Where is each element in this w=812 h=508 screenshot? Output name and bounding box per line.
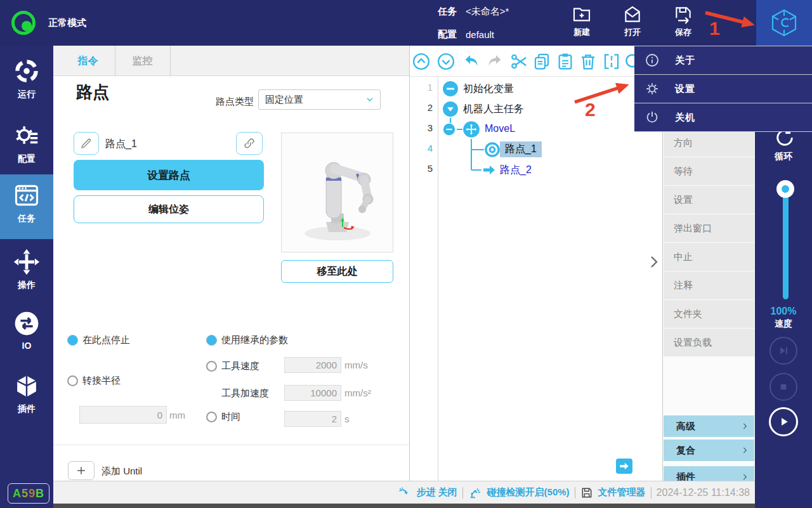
plugin-cube-icon	[13, 373, 40, 400]
menu-item-shutdown[interactable]: 关机	[634, 103, 812, 132]
sidebar-task-label: 任务	[18, 213, 36, 225]
tool-accel-input[interactable]	[284, 385, 341, 401]
save-icon	[673, 4, 693, 25]
time-label: 时间	[221, 411, 240, 423]
tree-node-waypoint2[interactable]: 路点_2	[500, 164, 532, 177]
open-task-button[interactable]: 打开	[612, 2, 653, 44]
tree-node-init-vars[interactable]: 初始化变量	[463, 82, 514, 96]
command-abort[interactable]: 中止	[664, 243, 754, 271]
panel-tab-bar: 指令 监控	[53, 46, 409, 76]
badge-char: A	[13, 487, 22, 500]
inherit-params-radio[interactable]	[206, 335, 217, 346]
tool-accel-unit: mm/s²	[344, 388, 371, 398]
status-divider	[462, 487, 463, 498]
waypoint-target-icon[interactable]	[484, 141, 501, 158]
tree-node-waypoint1-selected[interactable]: 路点_1	[500, 141, 542, 157]
sidebar-item-jog[interactable]: 操作	[0, 248, 53, 291]
sidebar-item-task[interactable]: 任务	[0, 181, 53, 225]
tree-node-movel[interactable]: MoveL	[485, 123, 515, 134]
command-set-payload[interactable]: 设置负载	[664, 329, 754, 356]
program-tree-panel: 1 初始化变量 2 机器人主任务 3 MoveL 4 路点_1 5 路点_2	[409, 46, 663, 481]
step-forward-button[interactable]	[769, 337, 797, 365]
command-set[interactable]: 设置	[664, 186, 754, 214]
power-icon	[645, 110, 660, 125]
tree-line-number: 3	[410, 122, 433, 133]
link-icon	[242, 136, 256, 150]
tree-node-main-task[interactable]: 机器人主任务	[463, 103, 524, 116]
tab-command[interactable]: 指令	[61, 46, 115, 76]
command-comment[interactable]: 注释	[664, 271, 754, 299]
add-until-label: 添加 Until	[102, 466, 142, 478]
stop-button[interactable]	[769, 373, 797, 401]
speed-slider-track[interactable]	[783, 184, 789, 299]
robot-status-icon[interactable]	[11, 11, 36, 35]
command-folder[interactable]: 文件夹	[664, 300, 754, 328]
info-icon	[645, 53, 660, 68]
sidebar-io-label: IO	[22, 341, 32, 351]
tool-speed-input[interactable]	[284, 357, 341, 373]
system-menu-button[interactable]	[756, 0, 812, 46]
device-code-badge[interactable]: A 5 9 B	[8, 483, 49, 504]
group-advanced-label: 高级	[676, 420, 695, 433]
gear-icon	[645, 81, 660, 96]
sidebar-item-plugin[interactable]: 插件	[0, 373, 53, 415]
movel-icon[interactable]	[462, 120, 480, 138]
tree-line-number: 4	[410, 143, 433, 153]
edit-pose-button[interactable]: 编辑位姿	[74, 195, 264, 223]
group-advanced[interactable]: 高级	[664, 415, 754, 437]
menu-settings-label: 设置	[675, 83, 695, 95]
time-unit: s	[344, 414, 350, 424]
sidebar-item-run[interactable]: 运行	[0, 57, 53, 100]
task-name: <未命名>*	[466, 6, 509, 18]
add-until-button[interactable]	[68, 461, 95, 480]
collision-detect-status[interactable]: 碰撞检测开启(50%)	[487, 486, 570, 498]
app-logo-cube-icon	[769, 8, 799, 38]
time-input[interactable]	[284, 411, 341, 427]
blend-radius-input[interactable]	[79, 406, 167, 424]
command-popup[interactable]: 弹出窗口	[664, 214, 754, 242]
status-divider	[575, 487, 575, 498]
expand-node-icon[interactable]	[442, 101, 459, 117]
task-row: 任务 <未命名>*	[438, 6, 509, 18]
group-composite[interactable]: 复合	[664, 440, 754, 461]
command-direction[interactable]: 方向	[664, 129, 754, 157]
waypoint-type-value: 固定位置	[265, 94, 303, 106]
sidebar-item-io[interactable]: IO	[0, 310, 53, 351]
chevron-down-icon	[365, 94, 375, 105]
blend-radius-label: 转接半径	[82, 375, 121, 387]
set-waypoint-button[interactable]: 设置路点	[74, 160, 264, 190]
menu-item-settings[interactable]: 设置	[634, 75, 812, 103]
speed-slider-knob[interactable]	[776, 180, 794, 198]
sidebar-jog-label: 操作	[18, 280, 36, 291]
menu-item-about[interactable]: 关于	[634, 46, 812, 75]
tree-line-number: 5	[410, 163, 433, 174]
play-button[interactable]	[769, 407, 798, 436]
datetime-display: 2024-12-25 11:14:38	[657, 487, 750, 498]
panel-expander-chevron[interactable]	[648, 254, 660, 270]
pencil-icon	[79, 136, 93, 150]
command-wait[interactable]: 等待	[664, 157, 754, 185]
file-manager-link[interactable]: 文件管理器	[598, 486, 646, 498]
waypoint-type-select[interactable]: 固定位置	[258, 89, 381, 110]
collapse-node-icon[interactable]	[442, 81, 459, 97]
time-radio[interactable]	[206, 412, 217, 422]
blend-radius-radio[interactable]	[67, 375, 78, 386]
save-task-button[interactable]: 保存	[663, 2, 704, 44]
new-task-button[interactable]: 新建	[561, 2, 602, 44]
waypoint-arrow-icon[interactable]	[481, 162, 497, 178]
robot-preview-box	[281, 133, 393, 252]
insert-command-arrow-button[interactable]	[616, 459, 632, 474]
tab-monitor[interactable]: 监控	[115, 46, 170, 76]
tool-speed-radio[interactable]	[206, 361, 217, 372]
move-here-button[interactable]: 移至此处	[281, 260, 393, 283]
rename-waypoint-button[interactable]	[74, 132, 99, 155]
step-mode-status[interactable]: 步进 关闭	[416, 486, 457, 498]
sidebar-plugin-label: 插件	[18, 403, 36, 415]
sidebar-item-config[interactable]: 配置	[0, 120, 53, 165]
badge-char: B	[36, 487, 44, 500]
link-waypoint-button[interactable]	[236, 132, 263, 155]
collapse-node-icon[interactable]	[443, 123, 455, 136]
run-icon	[13, 57, 41, 85]
stop-at-point-radio[interactable]	[67, 335, 78, 346]
waypoint-title: 路点	[76, 81, 109, 103]
